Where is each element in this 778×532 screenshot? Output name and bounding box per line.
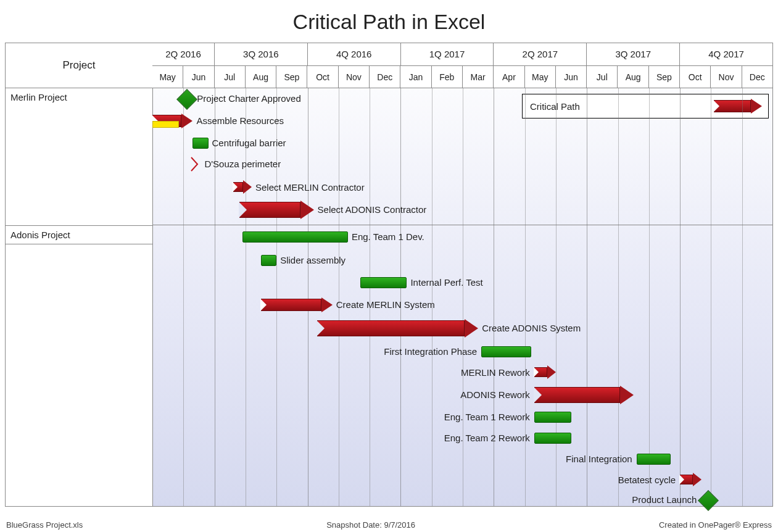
month-cell: Sep [648,66,679,88]
critical-task-arrow[interactable] [317,319,479,338]
swimlane-label-adonis: Adonis Project [6,226,152,244]
plot-area: Critical Path Project Charter ApprovedAs… [152,88,772,506]
critical-task-arrow[interactable] [152,114,192,128]
task-label: First Integration Phase [384,346,477,357]
milestone-diamond[interactable] [698,490,719,511]
task-bar[interactable] [481,346,531,357]
gantt-chart-page: Critical Path in Excel Project Merlin Pr… [0,0,778,532]
month-cell: May [152,66,183,88]
task-row: Centrifugal barrier [152,136,772,151]
task-row: Final Integration [152,452,772,467]
task-row: Eng. Team 1 Rework [152,410,772,425]
task-row: D'Souza perimeter [152,157,772,172]
task-row: Product Launch [152,493,772,507]
task-row: First Integration Phase [152,344,772,359]
task-label: Project Charter Approved [197,93,300,104]
footer-right: Created in OnePager® Express [659,520,772,530]
task-bar[interactable] [534,433,571,444]
task-label: Final Integration [566,454,632,464]
critical-task-arrow[interactable] [680,473,701,486]
critical-task-arrow[interactable] [239,201,314,219]
task-row: Betatest cycle [152,473,772,488]
footer-center: Snapshot Date: 9/7/2016 [326,520,415,530]
footer: BlueGrass Project.xls Snapshot Date: 9/7… [6,520,772,530]
task-bar[interactable] [192,138,208,149]
month-cell: Nov [338,66,369,88]
quarter-cell: 4Q 2017 [679,43,772,65]
project-column: Project Merlin Project Adonis Project [6,43,153,506]
task-label: Select MERLIN Contractor [255,182,365,193]
outline-chevron-icon[interactable] [191,157,201,172]
month-cell: Oct [307,66,337,88]
swimlane-label-merlin: Merlin Project [6,88,152,226]
month-cell: Aug [245,66,276,88]
task-row: MERLIN Rework [152,365,772,380]
quarter-cell: 3Q 2017 [586,43,679,65]
task-row: Eng. Team 2 Rework [152,431,772,446]
quarter-cell: 2Q 2016 [152,43,214,65]
task-label: Eng. Team 1 Dev. [352,231,424,242]
task-label: D'Souza perimeter [204,159,281,169]
task-row: Project Charter Approved [152,91,772,106]
task-label: Centrifugal barrier [212,138,286,148]
month-cell: May [524,66,555,88]
critical-task-arrow[interactable] [534,386,634,404]
month-cell: Feb [431,66,462,88]
project-column-header: Project [6,43,152,88]
task-bar[interactable] [261,255,276,266]
critical-task-arrow[interactable] [534,365,556,379]
task-label: Eng. Team 1 Rework [444,412,530,422]
month-cell: Jun [555,66,586,88]
task-label: Internal Perf. Test [410,277,482,288]
task-label: ADONIS Rework [460,389,530,400]
month-cell: Sep [276,66,307,88]
quarter-cell: 4Q 2016 [307,43,400,65]
chart-title: Critical Path in Excel [5,10,773,34]
task-row: ADONIS Rework [152,388,772,402]
task-bar[interactable] [637,454,671,465]
task-row: Create ADONIS System [152,321,772,336]
footer-left: BlueGrass Project.xls [6,520,83,530]
month-cell: Jul [214,66,245,88]
task-row: Create MERLIN System [152,297,772,312]
task-row: Select ADONIS Contractor [152,202,772,217]
task-label: Create MERLIN System [336,299,435,310]
quarter-cell: 1Q 2017 [400,43,494,65]
task-label: Create ADONIS System [482,323,581,333]
task-label: Betatest cycle [618,475,676,485]
task-row: Assemble Resources [152,114,772,128]
task-label: Slider assembly [280,255,346,265]
month-cell: Dec [742,66,772,88]
month-cell: Oct [679,66,710,88]
month-cell: Jun [183,66,213,88]
month-cell: Nov [710,66,741,88]
task-row: Slider assembly [152,253,772,268]
month-cell: Jan [400,66,431,88]
task-label: Product Launch [632,494,697,505]
critical-task-arrow[interactable] [261,297,333,312]
task-bar[interactable] [360,277,407,288]
milestone-diamond[interactable] [176,89,197,110]
quarter-row: 2Q 2016 3Q 2016 4Q 2016 1Q 2017 2Q 2017 … [152,43,772,66]
task-bar[interactable] [534,412,571,423]
task-label: Eng. Team 2 Rework [444,433,530,443]
timeline-header: 2Q 2016 3Q 2016 4Q 2016 1Q 2017 2Q 2017 … [152,43,772,88]
task-row: Eng. Team 1 Dev. [152,230,772,244]
chart-frame: Project Merlin Project Adonis Project 2Q… [5,43,773,507]
month-cell: Mar [462,66,493,88]
month-cell: Jul [586,66,617,88]
task-row: Select MERLIN Contractor [152,180,772,195]
task-label: MERLIN Rework [461,367,530,378]
month-cell: Apr [493,66,524,88]
quarter-cell: 2Q 2017 [493,43,586,65]
task-bar[interactable] [242,231,348,243]
month-cell: Aug [617,66,648,88]
critical-task-arrow[interactable] [233,180,252,194]
month-row: MayJunJulAugSepOctNovDecJanFebMarAprMayJ… [152,66,772,88]
task-label: Select ADONIS Contractor [318,204,427,215]
task-row: Internal Perf. Test [152,275,772,290]
quarter-cell: 3Q 2016 [214,43,307,65]
task-label: Assemble Resources [196,115,284,126]
month-cell: Dec [369,66,400,88]
